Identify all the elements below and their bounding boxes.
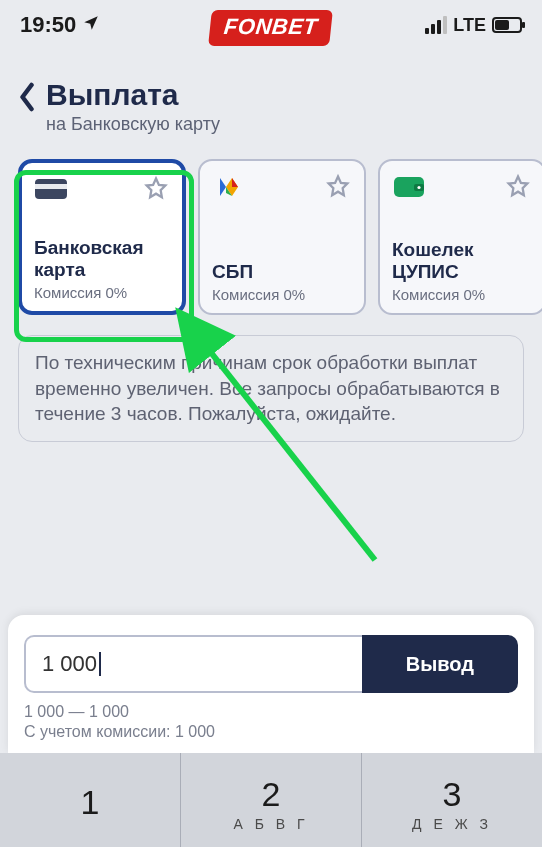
key-2[interactable]: 2 А Б В Г — [181, 753, 362, 847]
favorite-star-icon[interactable] — [142, 175, 170, 203]
clock: 19:50 — [20, 12, 76, 38]
status-bar: 19:50 LTE — [0, 0, 542, 44]
page-title: Выплата — [46, 78, 220, 112]
amount-value: 1 000 — [42, 651, 97, 677]
page-subtitle: на Банковскую карту — [46, 114, 220, 135]
amount-limits: 1 000 — 1 000 — [24, 703, 518, 721]
battery-icon — [492, 17, 522, 33]
method-card-bank[interactable]: Банковская карта Комиссия 0% — [18, 159, 186, 315]
svg-point-4 — [417, 186, 420, 189]
payout-methods: Банковская карта Комиссия 0% СБП Комисси… — [0, 145, 542, 319]
method-name: СБП — [212, 261, 352, 283]
method-card-sbp[interactable]: СБП Комиссия 0% — [198, 159, 366, 315]
method-fee: Комиссия 0% — [212, 286, 352, 303]
key-digit: 3 — [443, 775, 462, 814]
key-1[interactable]: 1 — [0, 753, 181, 847]
key-letters: Д Е Ж З — [412, 816, 492, 832]
key-digit: 2 — [262, 775, 281, 814]
sbp-icon — [212, 173, 246, 201]
network-label: LTE — [453, 15, 486, 36]
withdraw-button[interactable]: Вывод — [362, 635, 518, 693]
amount-input[interactable]: 1 000 — [24, 635, 362, 693]
back-button[interactable] — [18, 82, 36, 119]
signal-icon — [425, 16, 447, 34]
method-name: Кошелек ЦУПИС — [392, 239, 532, 283]
method-fee: Комиссия 0% — [34, 284, 170, 301]
wallet-icon — [392, 173, 426, 201]
card-icon — [34, 175, 68, 203]
method-fee: Комиссия 0% — [392, 286, 532, 303]
method-card-wallet[interactable]: Кошелек ЦУПИС Комиссия 0% — [378, 159, 542, 315]
favorite-star-icon[interactable] — [324, 173, 352, 201]
method-name: Банковская карта — [34, 237, 170, 281]
location-icon — [82, 12, 100, 38]
processing-notice: По техническим причинам срок обработки в… — [18, 335, 524, 442]
key-digit: 1 — [81, 783, 100, 822]
key-3[interactable]: 3 Д Е Ж З — [362, 753, 542, 847]
amount-panel: 1 000 Вывод 1 000 — 1 000 С учетом комис… — [8, 615, 534, 753]
key-letters: А Б В Г — [233, 816, 308, 832]
favorite-star-icon[interactable] — [504, 173, 532, 201]
svg-rect-1 — [35, 184, 67, 189]
numeric-keyboard: 1 2 А Б В Г 3 Д Е Ж З — [0, 753, 542, 847]
amount-fee-note: С учетом комиссии: 1 000 — [24, 723, 518, 741]
